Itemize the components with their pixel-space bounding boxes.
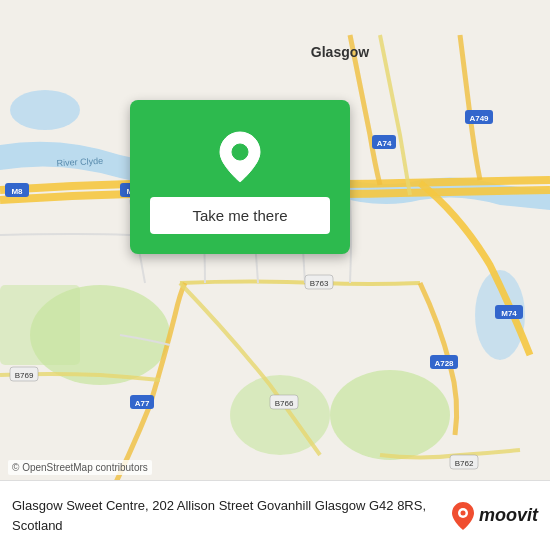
map-container: M8 M8 A74 A749 M74 B763 B769 A77 B766 A7… (0, 0, 550, 550)
svg-rect-25 (430, 355, 458, 369)
take-me-there-button[interactable]: Take me there (150, 197, 330, 234)
svg-rect-21 (130, 395, 154, 409)
svg-text:Glasgow: Glasgow (311, 44, 369, 60)
svg-rect-23 (270, 395, 298, 409)
svg-rect-7 (5, 183, 29, 197)
svg-rect-15 (495, 305, 523, 319)
address-text: Glasgow Sweet Centre, 202 Allison Street… (12, 498, 426, 532)
svg-text:B766: B766 (275, 399, 294, 408)
svg-text:A74: A74 (377, 139, 392, 148)
svg-text:B769: B769 (15, 371, 34, 380)
moovit-brand-text: moovit (479, 505, 538, 526)
svg-text:M74: M74 (501, 309, 517, 318)
moovit-pin-icon (451, 502, 475, 530)
svg-text:B762: B762 (455, 459, 474, 468)
svg-rect-13 (465, 110, 493, 124)
svg-point-34 (460, 510, 465, 515)
svg-text:A77: A77 (135, 399, 150, 408)
svg-rect-27 (450, 455, 478, 469)
svg-point-6 (475, 270, 525, 360)
location-card: Take me there (130, 100, 350, 254)
svg-point-32 (232, 144, 248, 160)
moovit-logo: moovit (451, 502, 538, 530)
svg-rect-3 (0, 285, 80, 365)
svg-text:River Clyde: River Clyde (56, 156, 103, 168)
svg-text:B763: B763 (310, 279, 329, 288)
svg-text:A749: A749 (469, 114, 489, 123)
svg-text:A728: A728 (434, 359, 454, 368)
svg-rect-11 (372, 135, 396, 149)
svg-point-4 (230, 375, 330, 455)
location-pin-icon (215, 130, 265, 185)
svg-point-2 (330, 370, 450, 460)
svg-rect-17 (305, 275, 333, 289)
info-bar: Glasgow Sweet Centre, 202 Allison Street… (0, 480, 550, 550)
svg-point-1 (30, 285, 170, 385)
svg-rect-19 (10, 367, 38, 381)
svg-point-5 (10, 90, 80, 130)
svg-text:M8: M8 (11, 187, 23, 196)
map-attribution: © OpenStreetMap contributors (8, 460, 152, 475)
address-container: Glasgow Sweet Centre, 202 Allison Street… (12, 496, 441, 534)
